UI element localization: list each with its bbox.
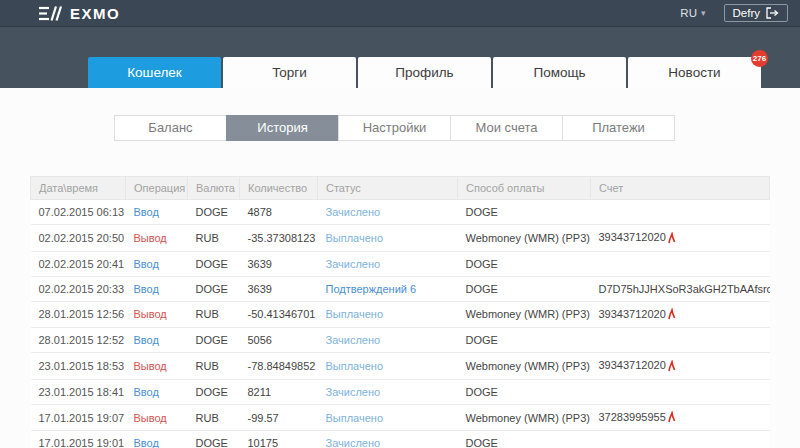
cell-operation: Вывод bbox=[126, 404, 188, 431]
chevron-down-icon: ▾ bbox=[701, 8, 706, 18]
exmo-logo[interactable]: EXMO bbox=[38, 5, 120, 22]
table-row[interactable]: 02.02.2015 20:33 Ввод DOGE 3639 Подтверж… bbox=[31, 276, 770, 301]
cell-currency: RUB bbox=[188, 225, 240, 252]
cell-date: 07.02.2015 06:13 bbox=[31, 200, 126, 225]
col-header-payment: Способ оплаты bbox=[458, 177, 591, 200]
cell-currency: DOGE bbox=[188, 200, 240, 225]
cell-account bbox=[591, 379, 770, 404]
subtab-settings-label: Настройки bbox=[363, 120, 427, 135]
tab-profile[interactable]: Профиль bbox=[358, 57, 491, 88]
cell-account: 39343712020 bbox=[591, 225, 770, 252]
logo-text: EXMO bbox=[70, 5, 120, 22]
cell-operation: Ввод bbox=[126, 251, 188, 276]
cell-status: Зачислено bbox=[318, 328, 458, 353]
cell-operation: Вывод bbox=[126, 301, 188, 328]
cell-date: 02.02.2015 20:41 bbox=[31, 251, 126, 276]
table-row[interactable]: 28.01.2015 12:56 Вывод RUB -50.41346701 … bbox=[31, 301, 770, 328]
language-label: RU bbox=[680, 7, 697, 19]
col-header-currency: Валюта bbox=[188, 177, 240, 200]
cell-payment: Webmoney (WMR) (PP3) bbox=[458, 301, 591, 328]
cell-account: 39343712020 bbox=[591, 301, 770, 328]
table-row[interactable]: 23.01.2015 18:41 Ввод DOGE 8211 Зачислен… bbox=[31, 379, 770, 404]
cell-date: 02.02.2015 20:33 bbox=[31, 276, 126, 301]
cell-account: D7D75hJJHXSoR3akGH2TbAAfsrcjUd6A24 bbox=[591, 276, 770, 301]
subtab-history[interactable]: История bbox=[226, 115, 339, 141]
cell-date: 28.01.2015 12:52 bbox=[31, 328, 126, 353]
cell-currency: DOGE bbox=[188, 379, 240, 404]
main-nav: Кошелек Торги Профиль Помощь Новости 276 bbox=[0, 27, 800, 88]
cell-status: Выплачено bbox=[318, 353, 458, 380]
cell-amount: 5056 bbox=[240, 328, 318, 353]
cell-payment: DOGE bbox=[458, 379, 591, 404]
cell-account bbox=[591, 431, 770, 448]
redaction-scribble bbox=[667, 360, 676, 373]
tab-help-label: Помощь bbox=[533, 65, 585, 80]
col-header-operation: Операция bbox=[126, 177, 188, 200]
cell-amount: -78.84849852 bbox=[240, 353, 318, 380]
cell-date: 17.01.2015 19:07 bbox=[31, 404, 126, 431]
cell-amount: -99.57 bbox=[240, 404, 318, 431]
cell-operation: Ввод bbox=[126, 431, 188, 448]
username-label: Defry bbox=[733, 7, 760, 19]
table-row[interactable]: 17.01.2015 19:07 Вывод RUB -99.57 Выплач… bbox=[31, 404, 770, 431]
cell-operation: Вывод bbox=[126, 225, 188, 252]
subtab-payments-label: Платежи bbox=[592, 120, 645, 135]
col-header-amount: Количество bbox=[240, 177, 318, 200]
col-header-account: Счет bbox=[591, 177, 770, 200]
redaction-scribble bbox=[667, 308, 676, 321]
subtab-accounts[interactable]: Мои счета bbox=[450, 115, 563, 141]
table-row[interactable]: 28.01.2015 12:52 Ввод DOGE 5056 Зачислен… bbox=[31, 328, 770, 353]
cell-account bbox=[591, 251, 770, 276]
table-row[interactable]: 07.02.2015 06:13 Ввод DOGE 4878 Зачислен… bbox=[31, 200, 770, 225]
table-row[interactable]: 23.01.2015 18:53 Вывод RUB -78.84849852 … bbox=[31, 353, 770, 380]
wallet-subnav: Баланс История Настройки Мои счета Плате… bbox=[114, 115, 800, 141]
cell-date: 23.01.2015 18:53 bbox=[31, 353, 126, 380]
redaction-scribble bbox=[667, 232, 676, 245]
history-table: Дата\время Операция Валюта Количество Ст… bbox=[30, 176, 770, 448]
subtab-settings[interactable]: Настройки bbox=[338, 115, 451, 141]
cell-status: Выплачено bbox=[318, 404, 458, 431]
subtab-payments[interactable]: Платежи bbox=[562, 115, 675, 141]
cell-status: Зачислено bbox=[318, 200, 458, 225]
cell-currency: DOGE bbox=[188, 251, 240, 276]
user-button[interactable]: Defry bbox=[724, 4, 788, 22]
subtab-balance[interactable]: Баланс bbox=[114, 115, 227, 141]
tab-trades[interactable]: Торги bbox=[223, 57, 356, 88]
cell-date: 23.01.2015 18:41 bbox=[31, 379, 126, 404]
exmo-logo-icon bbox=[38, 6, 63, 21]
cell-payment: DOGE bbox=[458, 200, 591, 225]
cell-operation: Ввод bbox=[126, 276, 188, 301]
tab-news-label: Новости bbox=[668, 65, 720, 80]
cell-status: Выплачено bbox=[318, 301, 458, 328]
cell-payment: DOGE bbox=[458, 431, 591, 448]
history-table-body: 07.02.2015 06:13 Ввод DOGE 4878 Зачислен… bbox=[31, 200, 770, 448]
tab-news[interactable]: Новости 276 bbox=[628, 57, 761, 88]
redaction-scribble bbox=[667, 411, 676, 424]
cell-account bbox=[591, 200, 770, 225]
cell-operation: Ввод bbox=[126, 379, 188, 404]
table-row[interactable]: 02.02.2015 20:50 Вывод RUB -35.37308123 … bbox=[31, 225, 770, 252]
cell-payment: Webmoney (WMR) (PP3) bbox=[458, 225, 591, 252]
cell-currency: DOGE bbox=[188, 276, 240, 301]
tab-help[interactable]: Помощь bbox=[493, 57, 626, 88]
cell-payment: DOGE bbox=[458, 251, 591, 276]
cell-currency: DOGE bbox=[188, 328, 240, 353]
cell-status: Выплачено bbox=[318, 225, 458, 252]
cell-status: Зачислено bbox=[318, 431, 458, 448]
tab-profile-label: Профиль bbox=[395, 65, 453, 80]
cell-amount: 3639 bbox=[240, 251, 318, 276]
table-row[interactable]: 02.02.2015 20:41 Ввод DOGE 3639 Зачислен… bbox=[31, 251, 770, 276]
cell-amount: 3639 bbox=[240, 276, 318, 301]
main-tabs: Кошелек Торги Профиль Помощь Новости 276 bbox=[88, 57, 761, 88]
tab-wallet[interactable]: Кошелек bbox=[88, 57, 221, 88]
cell-currency: RUB bbox=[188, 404, 240, 431]
table-header-row: Дата\время Операция Валюта Количество Ст… bbox=[31, 177, 770, 200]
table-row[interactable]: 17.01.2015 19:01 Ввод DOGE 10175 Зачисле… bbox=[31, 431, 770, 448]
cell-account: 39343712020 bbox=[591, 353, 770, 380]
logout-icon bbox=[766, 7, 779, 19]
cell-date: 17.01.2015 19:01 bbox=[31, 431, 126, 448]
cell-operation: Вывод bbox=[126, 353, 188, 380]
cell-amount: 8211 bbox=[240, 379, 318, 404]
cell-operation: Ввод bbox=[126, 200, 188, 225]
language-selector[interactable]: RU ▾ bbox=[680, 7, 705, 19]
